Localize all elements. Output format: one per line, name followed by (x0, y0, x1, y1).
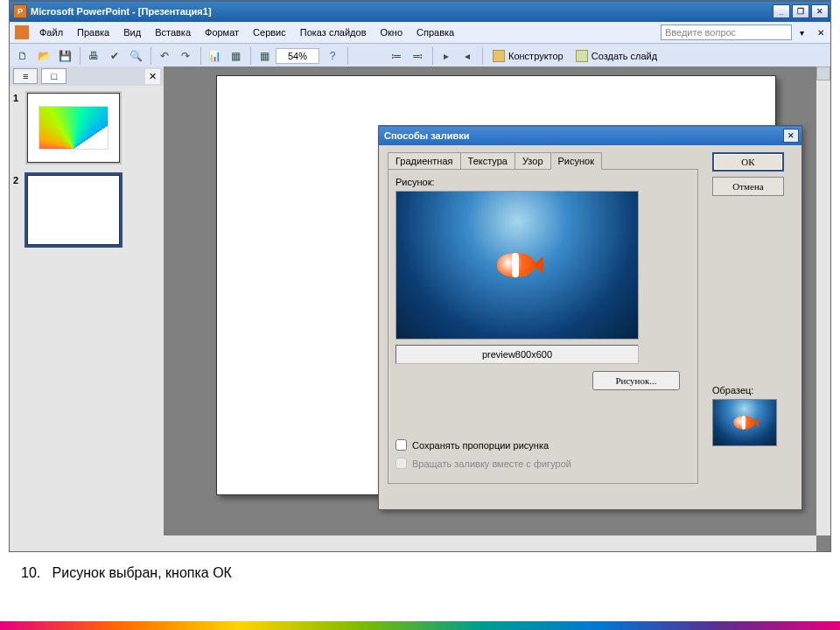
tab-panel-picture: Рисунок: preview800x600 Рисунок... Сохра… (388, 169, 698, 484)
horizontal-scrollbar[interactable] (164, 536, 816, 551)
tab-picture[interactable]: Рисунок (550, 152, 603, 170)
menu-view[interactable]: Вид (116, 24, 148, 40)
sample-label: Образец: (712, 385, 791, 396)
question-dropdown-icon[interactable]: ▾ (795, 28, 808, 38)
standard-toolbar: 🗋 📂 💾 🖶 ✔ 🔍 ↶ ↷ 📊 ▦ ▦ 54% ? ≔ ≕ ▸ ◂ Конс… (10, 43, 830, 69)
select-picture-button[interactable]: Рисунок... (592, 371, 680, 390)
app-name: Microsoft PowerPoint (31, 6, 130, 17)
slide-thumbnail[interactable]: 2 (17, 175, 157, 245)
menu-edit[interactable]: Правка (70, 24, 116, 40)
keep-aspect-label: Сохранять пропорции рисунка (412, 440, 549, 451)
slides-pane: ≡ □ ✕ 1 2 (10, 66, 164, 551)
rotate-with-shape-input (396, 458, 407, 469)
numbering-icon[interactable]: ≕ (408, 46, 427, 66)
powerpoint-icon: P (13, 4, 27, 18)
picture-label: Рисунок: (396, 177, 690, 187)
designer-icon (493, 50, 505, 62)
rotate-with-shape-checkbox: Вращать заливку вместе с фигурой (396, 458, 690, 469)
new-slide-icon (576, 50, 588, 62)
grid-icon[interactable]: ▦ (255, 46, 274, 66)
slides-tab[interactable]: □ (41, 68, 66, 84)
slide-thumbnail[interactable]: 1 (17, 93, 157, 163)
pane-close-button[interactable]: ✕ (145, 69, 160, 84)
redo-icon[interactable]: ↷ (176, 46, 195, 66)
picture-preview (396, 191, 639, 340)
slide-number: 1 (13, 93, 24, 103)
title-bar: P Microsoft PowerPoint - [Презентация1] … (10, 1, 830, 22)
keep-aspect-input[interactable] (396, 439, 407, 451)
dialog-tabs: Градиентная Текстура Узор Рисунок (388, 152, 606, 170)
keep-aspect-checkbox[interactable]: Сохранять пропорции рисунка (396, 439, 690, 451)
menu-format[interactable]: Формат (198, 24, 246, 40)
slide-number: 2 (13, 175, 24, 186)
dialog-title: Способы заливки (384, 130, 469, 141)
help-icon[interactable]: ? (323, 46, 342, 66)
menu-insert[interactable]: Вставка (148, 24, 198, 40)
dialog-title-bar[interactable]: Способы заливки ✕ (379, 126, 802, 145)
window-restore-button[interactable]: ❐ (792, 4, 809, 18)
sample-preview (712, 399, 777, 446)
menu-window[interactable]: Окно (374, 24, 410, 40)
print-icon[interactable]: 🖶 (84, 46, 103, 66)
ok-button[interactable]: ОК (712, 152, 784, 172)
cancel-button[interactable]: Отмена (712, 177, 784, 196)
menu-slideshow[interactable]: Показ слайдов (293, 24, 374, 40)
scroll-up-icon[interactable] (816, 66, 830, 80)
clownfish-icon (491, 249, 543, 281)
slide-content-icon (38, 106, 108, 150)
zoom-combo[interactable]: 54% (276, 48, 319, 64)
research-icon[interactable]: 🔍 (126, 46, 145, 66)
doc-close-button[interactable]: ✕ (815, 28, 827, 38)
save-icon[interactable]: 💾 (55, 46, 74, 66)
outline-tab[interactable]: ≡ (13, 68, 38, 84)
picture-filename: preview800x600 (396, 345, 639, 364)
menu-tools[interactable]: Сервис (246, 24, 293, 40)
dialog-close-button[interactable]: ✕ (783, 129, 799, 143)
window-close-button[interactable]: ✕ (811, 4, 829, 18)
bullets-icon[interactable]: ≔ (387, 46, 406, 66)
doc-name: [Презентация1] (138, 6, 212, 17)
table-icon[interactable]: ▦ (226, 46, 245, 66)
designer-button[interactable]: Конструктор (486, 46, 570, 66)
caption-text: Рисунок выбран, кнопка ОК (52, 565, 232, 580)
instruction-caption: 10. Рисунок выбран, кнопка ОК (21, 565, 232, 581)
rotate-with-shape-label: Вращать заливку вместе с фигурой (412, 458, 571, 469)
increase-indent-icon[interactable]: ▸ (437, 46, 456, 66)
menu-file[interactable]: Файл (32, 24, 70, 40)
new-doc-icon[interactable]: 🗋 (13, 46, 32, 66)
open-icon[interactable]: 📂 (34, 46, 53, 66)
chart-icon[interactable]: 📊 (205, 46, 224, 66)
spellcheck-icon[interactable]: ✔ (105, 46, 124, 66)
tab-pattern[interactable]: Узор (514, 152, 551, 170)
caption-number: 10. (21, 565, 40, 580)
undo-icon[interactable]: ↶ (155, 46, 174, 66)
fill-effects-dialog: Способы заливки ✕ Градиентная Текстура У… (378, 125, 802, 510)
new-slide-button[interactable]: Создать слайд (570, 46, 663, 66)
vertical-scrollbar[interactable] (816, 66, 830, 536)
decrease-indent-icon[interactable]: ◂ (458, 46, 477, 66)
bottom-accent-bar (0, 621, 840, 630)
doc-icon (15, 25, 29, 39)
menu-bar: Файл Правка Вид Вставка Формат Сервис По… (10, 22, 830, 43)
help-question-box[interactable]: Введите вопрос (661, 24, 792, 40)
window-minimize-button[interactable]: _ (773, 4, 790, 18)
tab-gradient[interactable]: Градиентная (388, 152, 461, 170)
tab-texture[interactable]: Текстура (460, 152, 515, 170)
menu-help[interactable]: Справка (410, 24, 461, 40)
